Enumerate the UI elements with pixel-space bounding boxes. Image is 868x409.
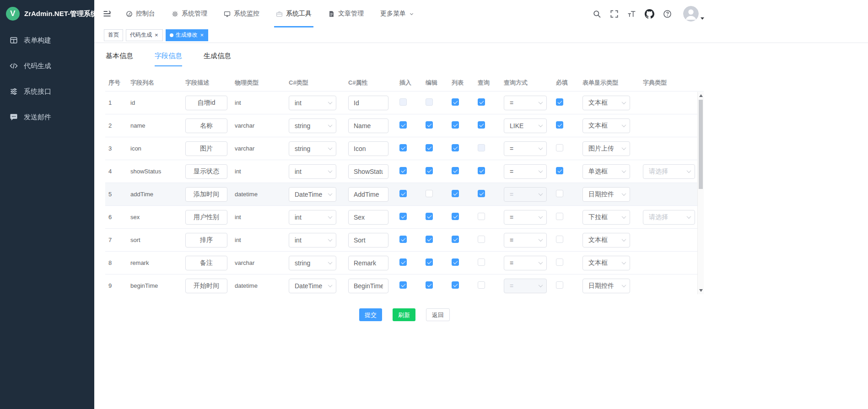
edit-checkbox[interactable] <box>426 258 433 266</box>
scrollbar-up-arrow[interactable] <box>698 92 704 99</box>
required-checkbox[interactable] <box>556 98 563 106</box>
csharp-property-input[interactable] <box>348 210 388 225</box>
query-method-select[interactable]: LIKE <box>504 118 547 133</box>
required-checkbox[interactable] <box>556 281 563 289</box>
csharp-type-select[interactable]: string <box>289 118 336 133</box>
list-checkbox[interactable] <box>452 190 459 197</box>
insert-checkbox[interactable] <box>399 144 407 151</box>
sidebar-item-code-generation[interactable]: 代码生成 <box>0 53 94 79</box>
list-checkbox[interactable] <box>452 98 459 106</box>
csharp-type-select[interactable]: int <box>289 233 336 248</box>
field-description-input[interactable] <box>185 96 227 110</box>
field-description-input[interactable] <box>185 233 227 248</box>
display-type-select[interactable]: 单选框 <box>582 164 630 179</box>
list-checkbox[interactable] <box>452 167 459 174</box>
list-checkbox[interactable] <box>452 213 459 220</box>
query-checkbox[interactable] <box>478 236 485 243</box>
insert-checkbox[interactable] <box>399 258 407 266</box>
list-checkbox[interactable] <box>452 144 459 151</box>
sidebar-item-send-mail[interactable]: 发送邮件 <box>0 104 94 130</box>
field-description-input[interactable] <box>185 118 227 133</box>
csharp-type-select[interactable]: int <box>289 96 336 110</box>
csharp-property-input[interactable] <box>348 256 388 270</box>
edit-checkbox[interactable] <box>426 213 433 220</box>
query-checkbox[interactable] <box>478 190 485 197</box>
close-icon[interactable]: × <box>200 32 205 38</box>
csharp-type-select[interactable]: DateTime <box>289 279 336 293</box>
tab-generate-info[interactable]: 生成信息 <box>204 52 231 66</box>
list-checkbox[interactable] <box>452 281 459 289</box>
field-description-input[interactable] <box>185 210 227 225</box>
required-checkbox[interactable] <box>556 258 563 266</box>
query-method-select[interactable]: = <box>504 164 547 179</box>
edit-checkbox[interactable] <box>426 167 433 174</box>
csharp-property-input[interactable] <box>348 233 388 248</box>
nav-item-system-tools[interactable]: 系统工具 <box>268 0 320 27</box>
refresh-button[interactable]: 刷新 <box>393 308 415 321</box>
list-checkbox[interactable] <box>452 258 459 266</box>
insert-checkbox[interactable] <box>399 281 407 289</box>
query-method-select[interactable]: = <box>504 279 547 293</box>
display-type-select[interactable]: 日期控件 <box>582 187 630 202</box>
display-type-select[interactable]: 下拉框 <box>582 210 630 225</box>
dict-type-select[interactable]: 请选择 <box>643 210 695 225</box>
query-checkbox[interactable] <box>478 281 485 289</box>
csharp-property-input[interactable] <box>348 164 388 179</box>
field-description-input[interactable] <box>185 279 227 293</box>
insert-checkbox[interactable] <box>399 190 407 197</box>
help-icon[interactable] <box>663 10 672 18</box>
display-type-select[interactable]: 图片上传 <box>582 141 630 156</box>
tag-home[interactable]: 首页 <box>104 29 123 41</box>
table-scrollbar[interactable] <box>697 92 704 294</box>
sidebar-item-form-builder[interactable]: 表单构建 <box>0 27 94 53</box>
dict-type-select[interactable]: 请选择 <box>643 164 695 179</box>
edit-checkbox[interactable] <box>426 121 433 129</box>
csharp-property-input[interactable] <box>348 141 388 156</box>
github-icon[interactable] <box>645 9 654 19</box>
tab-basic-info[interactable]: 基本信息 <box>106 52 133 66</box>
required-checkbox[interactable] <box>556 190 563 197</box>
required-checkbox[interactable] <box>556 121 563 129</box>
query-method-select[interactable]: = <box>504 233 547 248</box>
tag-code-generation[interactable]: 代码生成 × <box>126 29 163 41</box>
sidebar-item-system-api[interactable]: 系统接口 <box>0 79 94 104</box>
required-checkbox[interactable] <box>556 213 563 220</box>
insert-checkbox[interactable] <box>399 236 407 243</box>
submit-button[interactable]: 提交 <box>359 308 382 321</box>
query-method-select[interactable]: = <box>504 141 547 156</box>
csharp-type-select[interactable]: DateTime <box>289 187 336 202</box>
font-size-icon[interactable] <box>627 10 636 18</box>
query-method-select[interactable]: = <box>504 96 547 110</box>
edit-checkbox[interactable] <box>426 281 433 289</box>
required-checkbox[interactable] <box>556 144 563 151</box>
query-checkbox[interactable] <box>478 144 485 151</box>
required-checkbox[interactable] <box>556 236 563 243</box>
search-icon[interactable] <box>593 10 601 18</box>
list-checkbox[interactable] <box>452 121 459 129</box>
edit-checkbox[interactable] <box>426 236 433 243</box>
nav-item-console[interactable]: 控制台 <box>118 0 163 27</box>
field-description-input[interactable] <box>185 187 227 202</box>
insert-checkbox[interactable] <box>399 213 407 220</box>
nav-item-article-management[interactable]: 文章管理 <box>320 0 372 27</box>
fullscreen-icon[interactable] <box>610 10 619 18</box>
csharp-type-select[interactable]: int <box>289 210 336 225</box>
csharp-property-input[interactable] <box>348 118 388 133</box>
scrollbar-down-arrow[interactable] <box>698 287 704 294</box>
insert-checkbox[interactable] <box>399 98 407 106</box>
csharp-type-select[interactable]: string <box>289 256 336 270</box>
query-checkbox[interactable] <box>478 98 485 106</box>
insert-checkbox[interactable] <box>399 167 407 174</box>
query-method-select[interactable]: = <box>504 187 547 202</box>
user-menu[interactable] <box>683 6 704 22</box>
field-description-input[interactable] <box>185 164 227 179</box>
csharp-property-input[interactable] <box>348 187 388 202</box>
nav-item-system-management[interactable]: 系统管理 <box>163 0 216 27</box>
app-logo[interactable]: V ZrAdmin.NET-管理系统 <box>0 0 94 27</box>
query-checkbox[interactable] <box>478 121 485 129</box>
back-button[interactable]: 返回 <box>426 308 450 321</box>
scrollbar-thumb[interactable] <box>699 100 703 189</box>
field-description-input[interactable] <box>185 256 227 270</box>
insert-checkbox[interactable] <box>399 121 407 129</box>
query-checkbox[interactable] <box>478 258 485 266</box>
